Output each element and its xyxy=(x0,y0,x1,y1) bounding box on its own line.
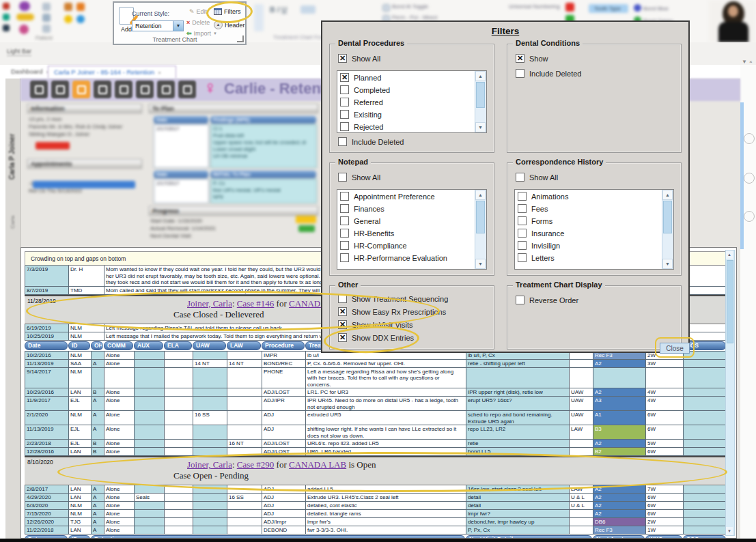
column-header-date[interactable]: Date xyxy=(25,341,68,350)
list-scrollbar[interactable]: ▲ ▼ xyxy=(662,190,673,269)
filter-checkbox-exisiting[interactable]: Exisiting xyxy=(340,110,473,119)
unchecked-checkbox-icon[interactable] xyxy=(518,204,527,213)
column-header-law[interactable]: LAW xyxy=(227,341,261,350)
filter-checkbox-fees[interactable]: Fees xyxy=(518,204,660,213)
filter-checkbox-show-ddx-entries[interactable]: ✕Show DDX Entries xyxy=(338,333,414,342)
checked-checkbox-icon[interactable]: ✕ xyxy=(338,320,347,329)
filter-checkbox-show-all[interactable]: Show All xyxy=(516,173,558,182)
dialog-launcher-icon[interactable] xyxy=(237,35,244,42)
table-row[interactable]: 12/26/2020TJGAAloneADJ/Imprimpr fwr'sdeb… xyxy=(25,518,727,526)
light-bar-label[interactable]: Light Bar xyxy=(7,48,31,56)
table-row[interactable]: 2/23/2018EJLBAlone16 NTADJ/LOSTURL6's. r… xyxy=(25,440,727,448)
unchecked-checkbox-icon[interactable] xyxy=(516,173,524,182)
unchecked-checkbox-icon[interactable] xyxy=(340,192,349,201)
table-row[interactable]: 11/13/2019EJLAAloneADJshifting lower rig… xyxy=(25,425,727,440)
tab-dashboard[interactable]: Dashboard× xyxy=(5,66,45,79)
filter-checkbox-show-all[interactable]: ✕Show All xyxy=(338,54,380,63)
unchecked-checkbox-icon[interactable] xyxy=(518,192,527,201)
filters-button[interactable]: Filters xyxy=(214,8,241,15)
style-dropdown[interactable]: Retention ▼ xyxy=(132,20,184,31)
unchecked-checkbox-icon[interactable] xyxy=(340,98,349,106)
chevron-down-icon[interactable]: ▼ xyxy=(173,21,183,31)
table-row[interactable]: 9/14/2017NLMPHONELeft a message regardin… xyxy=(25,368,727,389)
unchecked-checkbox-icon[interactable] xyxy=(340,85,349,94)
scroll-up-icon[interactable]: ▲ xyxy=(726,251,733,259)
column-header-uaw[interactable]: UAW xyxy=(193,341,226,350)
checked-checkbox-icon[interactable]: ✕ xyxy=(338,333,347,342)
filter-checkbox-show-all[interactable]: Show All xyxy=(338,173,380,182)
column-header-oh[interactable]: OH xyxy=(91,341,103,350)
camera-icon[interactable] xyxy=(178,81,196,98)
dental-procedures-list[interactable]: ✕PlannedCompletedReferredExisitingReject… xyxy=(337,70,487,133)
lab-case-row[interactable]: 8/10/2020Joiner, Carla: Case #290 for CA… xyxy=(25,456,727,485)
table-vertical-scrollbar[interactable]: ▲ ▼ xyxy=(725,250,735,536)
scroll-down-icon[interactable]: ▼ xyxy=(726,527,733,535)
unchecked-checkbox-icon[interactable] xyxy=(338,294,347,303)
unchecked-checkbox-icon[interactable] xyxy=(518,253,527,262)
tab-patient[interactable]: Carla P Joiner - 85-164 - Retention× xyxy=(48,66,176,79)
filter-checkbox-letters[interactable]: Letters xyxy=(518,253,660,262)
scroll-up-icon[interactable]: ▲ xyxy=(662,190,673,200)
filter-checkbox-rejected[interactable]: Rejected xyxy=(340,122,473,131)
filter-checkbox-include-deleted[interactable]: Include Deleted xyxy=(338,137,404,146)
filter-checkbox-reverse-order[interactable]: Reverse Order xyxy=(516,296,578,304)
folder-icon[interactable] xyxy=(72,81,90,98)
unchecked-checkbox-icon[interactable] xyxy=(340,110,349,119)
scroll-down-icon[interactable]: ▼ xyxy=(475,259,486,269)
unchecked-checkbox-icon[interactable] xyxy=(340,253,349,262)
column-header-comm[interactable]: COMM xyxy=(104,341,133,350)
patient-link[interactable]: Joiner, Carla xyxy=(187,459,232,470)
patient-link[interactable]: Joiner, Carla xyxy=(187,298,232,309)
filter-checkbox-include-deleted[interactable]: Include Deleted xyxy=(516,69,581,78)
document-icon[interactable] xyxy=(51,81,69,98)
checked-checkbox-icon[interactable]: ✕ xyxy=(338,307,347,316)
table-row[interactable]: 2/8/2017LANAAloneADJadded LL516ss low, s… xyxy=(25,485,727,494)
filter-checkbox-appointment-preference[interactable]: Appointment Preference xyxy=(340,192,473,201)
filter-checkbox-general[interactable]: General xyxy=(340,216,473,225)
home-icon[interactable] xyxy=(30,81,48,98)
filter-checkbox-invisilign[interactable]: Invisilign xyxy=(518,241,660,250)
filter-checkbox-completed[interactable]: Completed xyxy=(340,85,473,94)
checked-checkbox-icon[interactable]: ✕ xyxy=(338,54,347,63)
edit-button[interactable]: ✎ Edit xyxy=(189,8,207,15)
filter-checkbox-hr-benefits[interactable]: HR-Benefits xyxy=(340,229,473,238)
scroll-up-icon[interactable]: ▲ xyxy=(475,190,486,200)
unchecked-checkbox-icon[interactable] xyxy=(340,241,349,250)
tab-close-icon[interactable]: × xyxy=(158,70,161,76)
unchecked-checkbox-icon[interactable] xyxy=(516,296,524,304)
unchecked-checkbox-icon[interactable] xyxy=(516,69,524,78)
table-row[interactable]: 4/29/2020LANAAloneSeals16 SSADJExtrude U… xyxy=(25,494,727,502)
list-scrollbar[interactable]: ▲ ▼ xyxy=(475,71,486,132)
unchecked-checkbox-icon[interactable] xyxy=(340,122,349,131)
scrollbar-thumb[interactable] xyxy=(727,260,733,343)
unchecked-checkbox-icon[interactable] xyxy=(340,229,349,238)
scroll-down-icon[interactable]: ▼ xyxy=(475,122,486,132)
filter-checkbox-hr-performance-evaluation[interactable]: HR-Performance Evaluation xyxy=(340,253,473,262)
checked-checkbox-icon[interactable]: ✕ xyxy=(340,73,349,82)
filter-checkbox-show-treatment-sequencing[interactable]: Show Treatment Sequencing xyxy=(338,294,448,303)
pane-close-icon[interactable]: × xyxy=(749,59,753,65)
table-row[interactable]: 7/15/2020NLMAAloneADJdetailed. triangle … xyxy=(25,510,727,518)
close-button[interactable]: Close xyxy=(660,343,690,354)
filter-checkbox-show-easy-rx-prescriptions[interactable]: ✕Show Easy Rx Prescriptions xyxy=(338,307,446,316)
unchecked-checkbox-icon[interactable] xyxy=(518,229,527,238)
delete-button[interactable]: × Delete xyxy=(186,19,210,26)
lab-link[interactable]: CANADA LAB xyxy=(289,459,346,470)
header-button[interactable]: ▲ Header xyxy=(214,20,245,29)
column-header-ela[interactable]: ELA xyxy=(164,341,192,350)
column-header-procedure[interactable]: Procedure xyxy=(262,341,305,350)
table-row[interactable]: 6/3/2020NLMAAloneADJdetailed, cont elast… xyxy=(25,502,727,510)
imaging-icon[interactable] xyxy=(157,81,175,98)
filter-checkbox-planned[interactable]: ✕Planned xyxy=(340,73,473,82)
unchecked-checkbox-icon[interactable] xyxy=(340,204,349,213)
unchecked-checkbox-icon[interactable] xyxy=(338,173,347,182)
calendar-icon[interactable] xyxy=(94,81,111,98)
filter-checkbox-show-invisit-visits[interactable]: ✕Show InVisit Visits xyxy=(338,320,412,329)
unchecked-checkbox-icon[interactable] xyxy=(518,216,527,225)
filter-checkbox-forms[interactable]: Forms xyxy=(518,216,660,225)
table-row[interactable]: 2/1/2020NLMAAlone16 SSADJextruded UR5sch… xyxy=(25,411,727,425)
scroll-down-icon[interactable]: ▼ xyxy=(662,259,673,269)
correspondence-list[interactable]: AnimationsFeesFormsInsuranceInvisilignLe… xyxy=(514,189,674,270)
table-row[interactable]: 10/29/2016LANBAloneADJ/LOSTLR1. PC for U… xyxy=(25,388,727,397)
case-link[interactable]: Case #290 xyxy=(237,459,275,470)
